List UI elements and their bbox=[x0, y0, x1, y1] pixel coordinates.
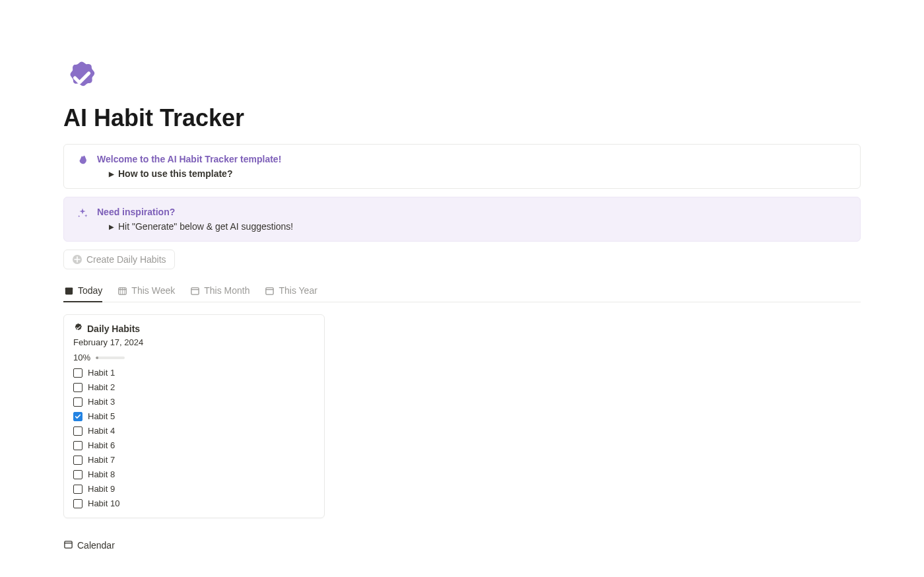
habit-label: Habit 2 bbox=[88, 382, 115, 392]
calendar-month-icon bbox=[189, 285, 200, 296]
habit-checkbox[interactable] bbox=[73, 383, 82, 392]
page-icon-badge-check bbox=[63, 59, 100, 96]
progress-bar bbox=[96, 356, 125, 359]
habit-checkbox[interactable] bbox=[73, 368, 82, 378]
habit-label: Habit 5 bbox=[88, 411, 115, 421]
plus-circle-icon bbox=[72, 254, 82, 265]
callout-welcome-title: Welcome to the AI Habit Tracker template… bbox=[97, 154, 848, 164]
habit-checkbox[interactable] bbox=[73, 397, 82, 407]
habit-item[interactable]: Habit 10 bbox=[73, 498, 315, 508]
habit-item[interactable]: Habit 3 bbox=[73, 397, 315, 407]
create-button-label: Create Daily Habits bbox=[86, 254, 166, 265]
wave-hand-icon bbox=[76, 154, 89, 167]
habit-checkbox[interactable] bbox=[73, 441, 82, 450]
habit-checkbox[interactable] bbox=[73, 426, 82, 436]
habit-label: Habit 8 bbox=[88, 469, 115, 479]
tab-this-week[interactable]: This Week bbox=[117, 281, 175, 302]
habit-checkbox[interactable] bbox=[73, 412, 82, 421]
daily-habits-card[interactable]: Daily Habits February 17, 2024 10% Habit… bbox=[63, 314, 325, 518]
svg-rect-2 bbox=[65, 287, 72, 289]
calendar-day-icon bbox=[63, 285, 74, 296]
view-tabs: Today This Week This Month This Year bbox=[63, 281, 861, 302]
toggle-inspiration[interactable]: ▶ Hit "Generate" below & get AI suggesti… bbox=[109, 221, 848, 232]
habit-list: Habit 1Habit 2Habit 3Habit 5Habit 4Habit… bbox=[73, 368, 315, 508]
habit-item[interactable]: Habit 5 bbox=[73, 411, 315, 421]
svg-rect-8 bbox=[191, 287, 199, 294]
calendar-label: Calendar bbox=[77, 540, 115, 551]
tab-label: This Week bbox=[131, 285, 175, 296]
card-header: Daily Habits bbox=[73, 323, 315, 335]
card-date: February 17, 2024 bbox=[73, 337, 315, 347]
tab-label: Today bbox=[78, 285, 102, 296]
tab-label: This Month bbox=[204, 285, 249, 296]
habit-item[interactable]: Habit 4 bbox=[73, 426, 315, 436]
callout-inspiration: Need inspiration? ▶ Hit "Generate" below… bbox=[63, 197, 861, 242]
toggle-label: Hit "Generate" below & get AI suggestion… bbox=[118, 221, 293, 232]
habit-item[interactable]: Habit 2 bbox=[73, 382, 315, 392]
habit-label: Habit 7 bbox=[88, 455, 115, 465]
svg-rect-12 bbox=[65, 541, 72, 548]
callout-inspiration-title: Need inspiration? bbox=[97, 207, 848, 217]
toggle-arrow-icon: ▶ bbox=[109, 170, 114, 178]
card-title: Daily Habits bbox=[87, 323, 140, 334]
habit-label: Habit 6 bbox=[88, 440, 115, 450]
svg-rect-10 bbox=[266, 287, 273, 294]
toggle-how-to-use[interactable]: ▶ How to use this template? bbox=[109, 168, 848, 179]
habit-item[interactable]: Habit 7 bbox=[73, 455, 315, 465]
tab-label: This Year bbox=[279, 285, 317, 296]
habit-item[interactable]: Habit 1 bbox=[73, 368, 315, 378]
progress-percent: 10% bbox=[73, 353, 90, 362]
sparkles-icon bbox=[76, 207, 89, 220]
habit-label: Habit 3 bbox=[88, 397, 115, 407]
habit-checkbox[interactable] bbox=[73, 499, 82, 508]
badge-check-small-icon bbox=[73, 323, 83, 335]
toggle-label: How to use this template? bbox=[118, 168, 232, 179]
habit-checkbox[interactable] bbox=[73, 470, 82, 479]
habit-label: Habit 9 bbox=[88, 484, 115, 494]
create-daily-habits-button[interactable]: Create Daily Habits bbox=[63, 250, 175, 269]
habit-checkbox[interactable] bbox=[73, 485, 82, 494]
calendar-year-icon bbox=[264, 285, 275, 296]
tab-this-year[interactable]: This Year bbox=[264, 281, 317, 302]
tab-today[interactable]: Today bbox=[63, 281, 102, 302]
habit-label: Habit 10 bbox=[88, 498, 119, 508]
progress-row: 10% bbox=[73, 353, 315, 362]
progress-fill bbox=[96, 356, 98, 359]
toggle-arrow-icon: ▶ bbox=[109, 223, 114, 230]
calendar-week-icon bbox=[117, 285, 127, 296]
habit-checkbox[interactable] bbox=[73, 456, 82, 465]
tab-this-month[interactable]: This Month bbox=[189, 281, 249, 302]
calendar-icon bbox=[63, 539, 73, 551]
calendar-section-header[interactable]: Calendar bbox=[63, 539, 861, 551]
habit-label: Habit 4 bbox=[88, 426, 115, 436]
habit-label: Habit 1 bbox=[88, 368, 115, 378]
habit-item[interactable]: Habit 6 bbox=[73, 440, 315, 450]
habit-item[interactable]: Habit 9 bbox=[73, 484, 315, 494]
callout-welcome: Welcome to the AI Habit Tracker template… bbox=[63, 144, 861, 189]
habit-item[interactable]: Habit 8 bbox=[73, 469, 315, 479]
page-title: AI Habit Tracker bbox=[63, 104, 861, 132]
